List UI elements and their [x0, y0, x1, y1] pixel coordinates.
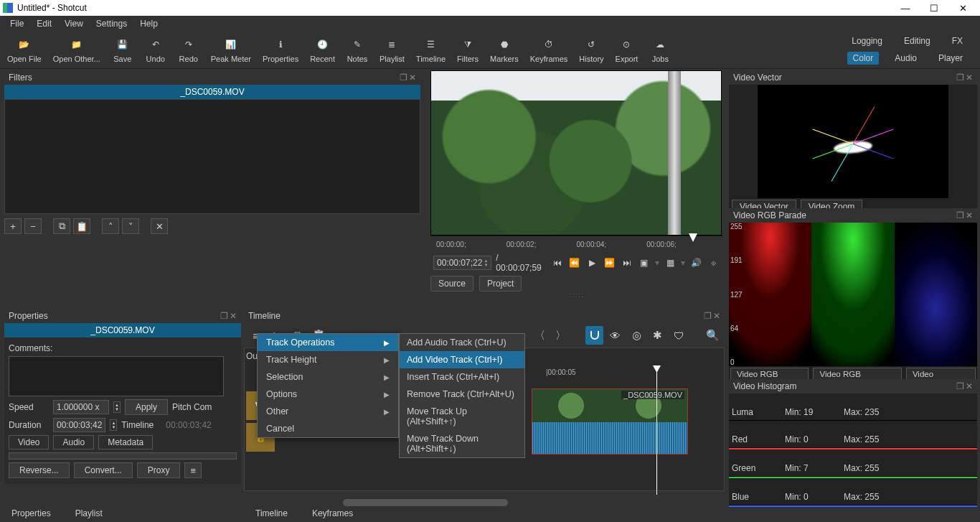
vv-undock-icon[interactable]: ❐ — [956, 73, 964, 83]
filters-undock-icon[interactable]: ❐ — [400, 73, 407, 83]
window-maximize-button[interactable]: ☐ — [920, 0, 948, 16]
skip-start-button[interactable]: ⏮ — [550, 256, 563, 270]
ctx-sub-item[interactable]: Remove Track (Ctrl+Alt+U) — [400, 386, 524, 403]
player-source-tab[interactable]: Source — [430, 276, 473, 292]
toolbar-open-file[interactable]: 📂Open File — [3, 35, 46, 65]
toolbar-notes[interactable]: ✎Notes — [342, 35, 372, 65]
window-close-button[interactable]: ✕ — [948, 0, 977, 16]
window-minimize-button[interactable]: — — [891, 0, 920, 16]
zoom-fit-button[interactable]: ▣ — [638, 256, 651, 270]
props-hscroll[interactable] — [9, 452, 237, 460]
toolbar-playlist[interactable]: ≣Playlist — [375, 35, 409, 65]
toolbar-history[interactable]: ↺History — [575, 35, 608, 65]
properties-tab[interactable]: Properties — [4, 506, 58, 521]
menu-edit[interactable]: Edit — [31, 17, 57, 30]
hist-close-icon[interactable]: ✕ — [966, 381, 973, 391]
volume-button[interactable]: 🔊 — [689, 256, 702, 270]
player-project-tab[interactable]: Project — [479, 276, 522, 292]
parade-close-icon[interactable]: ✕ — [966, 210, 973, 220]
toolbar-export[interactable]: ⊙Export — [611, 35, 643, 65]
drag-handle-icon[interactable]: ::::: — [430, 292, 723, 299]
forward-button[interactable]: ⏩ — [603, 256, 616, 270]
toolbar-timeline[interactable]: ☰Timeline — [412, 35, 450, 65]
toolbar-keyframes[interactable]: ⏱Keyframes — [526, 35, 573, 65]
keyframes-tab[interactable]: Keyframes — [305, 506, 360, 521]
toolbar-undo[interactable]: ↶Undo — [141, 35, 171, 65]
menu-file[interactable]: File — [4, 17, 29, 30]
props-metadata-tab[interactable]: Metadata — [98, 435, 153, 449]
hist-undock-icon[interactable]: ❐ — [956, 381, 964, 391]
filter-remove-button[interactable]: − — [24, 218, 42, 234]
ctx-selection[interactable]: Selection▶ — [258, 368, 398, 386]
filter-add-button[interactable]: + — [4, 218, 22, 234]
filter-down-button[interactable]: ˅ — [122, 218, 139, 234]
menu-settings[interactable]: Settings — [90, 17, 133, 30]
convert-button[interactable]: Convert... — [74, 462, 133, 478]
tl-ripple-button[interactable]: ◎ — [628, 326, 646, 345]
proxy-button[interactable]: Proxy — [137, 462, 181, 478]
filter-paste-button[interactable]: 📋 — [73, 218, 90, 234]
filter-up-button[interactable]: ˄ — [102, 218, 119, 234]
vv-close-icon[interactable]: ✕ — [966, 73, 973, 83]
layout-audio[interactable]: Audio — [889, 52, 923, 65]
props-audio-tab[interactable]: Audio — [53, 435, 94, 449]
ctx-other[interactable]: Other▶ — [258, 403, 398, 420]
speed-spinner[interactable]: ▲▼ — [113, 401, 121, 413]
tl-prev-button[interactable]: 〈 — [530, 326, 548, 345]
layout-color[interactable]: Color — [847, 52, 880, 65]
ctx-options[interactable]: Options▶ — [258, 386, 398, 403]
layout-logging[interactable]: Logging — [846, 34, 888, 47]
tl-zoom-out-button[interactable]: 🔍 — [704, 326, 722, 345]
reverse-button[interactable]: Reverse... — [9, 462, 70, 478]
filters-list[interactable] — [4, 99, 420, 214]
parade-undock-icon[interactable]: ❐ — [956, 210, 964, 220]
toolbar-save[interactable]: 💾Save — [108, 35, 138, 65]
toolbar-jobs[interactable]: ☁Jobs — [645, 35, 675, 65]
timeline-hscroll[interactable] — [343, 499, 508, 506]
toolbar-markers[interactable]: ⬣Markers — [486, 35, 523, 65]
tl-snap-button[interactable] — [585, 326, 603, 345]
properties-close-icon[interactable]: ✕ — [230, 311, 237, 321]
player-viewport[interactable] — [430, 70, 722, 236]
menu-view[interactable]: View — [59, 17, 89, 30]
toolbar-recent[interactable]: 🕘Recent — [306, 35, 339, 65]
play-button[interactable]: ▶ — [585, 256, 598, 270]
ctx-sub-item[interactable]: Move Track Up (Alt+Shift+↑) — [400, 403, 524, 430]
timecode-input[interactable]: 00:00:07;22▲▼ — [433, 256, 491, 270]
apply-button[interactable]: Apply — [125, 399, 168, 415]
ctx-cancel[interactable]: Cancel — [258, 420, 398, 437]
tl-scrub-button[interactable]: 👁 — [606, 326, 624, 345]
comments-input[interactable] — [9, 356, 224, 396]
tl-ripple-markers-button[interactable]: 🛡 — [669, 326, 687, 345]
properties-menu-button[interactable]: ≡ — [184, 462, 202, 478]
fullscreen-button[interactable]: ⟐ — [707, 256, 720, 270]
ctx-sub-item[interactable]: Add Video Track (Ctrl+I) — [400, 351, 524, 368]
layout-player[interactable]: Player — [933, 52, 969, 65]
timeline-playhead[interactable] — [656, 365, 657, 495]
rewind-button[interactable]: ⏪ — [568, 256, 581, 270]
player-ruler[interactable]: 00:00:00; 00:00:02; 00:00:04; 00:00:06; — [430, 236, 723, 253]
filters-close-icon[interactable]: ✕ — [409, 73, 416, 83]
layout-editing[interactable]: Editing — [898, 34, 936, 47]
timeline-undock-icon[interactable]: ❐ — [704, 311, 712, 321]
timeline-tab[interactable]: Timeline — [248, 506, 295, 521]
layout-fx[interactable]: FX — [946, 34, 969, 47]
filter-copy-button[interactable]: ⧉ — [53, 218, 70, 234]
toolbar-open-other[interactable]: 📁Open Other... — [49, 35, 105, 65]
ctx-sub-item[interactable]: Add Audio Track (Ctrl+U) — [400, 334, 524, 351]
playlist-tab[interactable]: Playlist — [68, 506, 110, 521]
timeline-clip[interactable]: _DSC0059.MOV — [532, 388, 688, 455]
toolbar-filters[interactable]: ⧩Filters — [453, 35, 483, 65]
filter-disable-button[interactable]: ✕ — [151, 218, 168, 234]
tl-ripple-all-button[interactable]: ✱ — [649, 326, 666, 345]
player-playhead-icon[interactable] — [689, 233, 697, 242]
toolbar-properties[interactable]: ℹProperties — [258, 35, 303, 65]
ctx-track-operations[interactable]: Track Operations▶ — [258, 334, 398, 351]
ctx-track-height[interactable]: Track Height▶ — [258, 351, 398, 368]
skip-end-button[interactable]: ⏭ — [621, 256, 633, 270]
ctx-sub-item[interactable]: Move Track Down (Alt+Shift+↓) — [400, 430, 524, 457]
speed-input[interactable]: 1.000000 x — [53, 400, 109, 414]
timeline-close-icon[interactable]: ✕ — [713, 311, 720, 321]
tl-next-button[interactable]: 〉 — [552, 326, 570, 345]
properties-undock-icon[interactable]: ❐ — [220, 311, 228, 321]
